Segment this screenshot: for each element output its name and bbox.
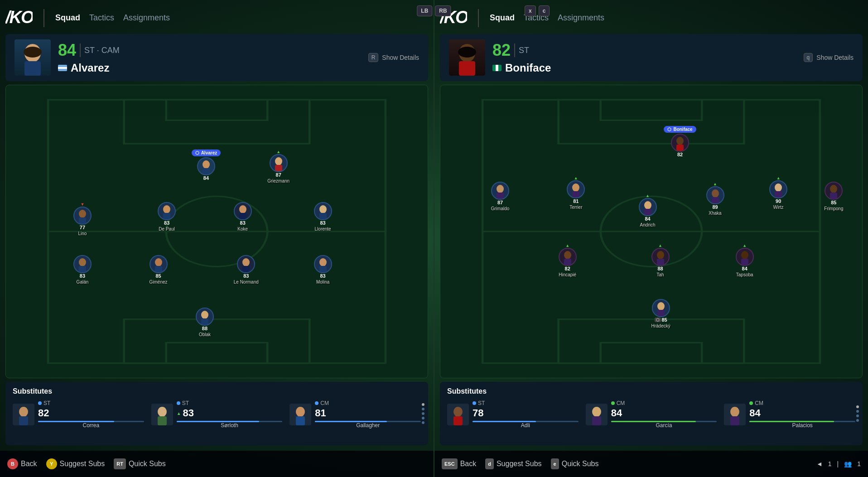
left-back-control[interactable]: B Back bbox=[7, 458, 37, 469]
sub-correa[interactable]: ST 82 Correa bbox=[13, 400, 144, 429]
svg-rect-16 bbox=[79, 217, 86, 224]
svg-rect-63 bbox=[830, 193, 837, 199]
rb-button[interactable]: RB bbox=[435, 5, 451, 16]
svg-rect-26 bbox=[155, 266, 162, 272]
right-player-info: 82 ST Boniface bbox=[492, 41, 796, 74]
pitch-player-llorente[interactable]: 83 Llorente bbox=[314, 202, 332, 231]
page-separator: | bbox=[837, 460, 839, 467]
svg-rect-41 bbox=[459, 61, 475, 76]
sub-adli[interactable]: ST 78 Adli bbox=[447, 400, 579, 429]
pitch-player-wirtz[interactable]: ▲ 90 Wirtz bbox=[769, 176, 787, 210]
pitch-player-boniface[interactable]: ⬡Boniface 82 bbox=[664, 126, 696, 157]
left-tab-squad[interactable]: Squad bbox=[55, 11, 80, 24]
svg-rect-59 bbox=[712, 197, 719, 203]
svg-rect-51 bbox=[676, 145, 684, 151]
gimenez-face bbox=[149, 255, 168, 273]
depaul-face bbox=[158, 202, 176, 220]
pitch-player-koke[interactable]: 83 Koke bbox=[234, 202, 252, 231]
alvarez-selected-badge: ⬡Alvarez bbox=[192, 149, 221, 156]
adli-position: ST bbox=[478, 400, 485, 406]
boniface-face bbox=[671, 134, 689, 152]
alvarez-rating: 84 bbox=[203, 175, 209, 181]
pitch-player-frimpong[interactable]: 85 Frimpong bbox=[824, 182, 843, 211]
sub-palacios[interactable]: CM 84 Palacios bbox=[724, 400, 855, 429]
gallagher-name: Gallagher bbox=[315, 422, 421, 429]
svg-rect-46 bbox=[559, 100, 744, 144]
grimaldo-face bbox=[491, 182, 509, 200]
svg-rect-12 bbox=[203, 168, 210, 174]
sub-garcia[interactable]: CM 84 García bbox=[586, 400, 717, 429]
left-rating-row: 84 ST · CAM bbox=[58, 41, 361, 60]
sub-gallagher[interactable]: CM 81 Gallagher bbox=[289, 400, 421, 429]
e-button: e bbox=[551, 458, 559, 469]
tapsoba-rating: 84 bbox=[742, 266, 747, 271]
pitch-player-tah[interactable]: ▲ 88 Tah bbox=[651, 243, 670, 277]
left-player-portrait bbox=[14, 39, 51, 76]
left-show-details[interactable]: R Show Details bbox=[368, 53, 419, 62]
pitch-player-gimenez[interactable]: 85 Giménez bbox=[149, 255, 168, 284]
lino-rating: 77 bbox=[80, 225, 85, 230]
pitch-player-hincapie[interactable]: ▲ 82 Hincapié bbox=[559, 243, 577, 277]
svg-rect-30 bbox=[319, 266, 327, 272]
page-left-arrow[interactable]: ◄ bbox=[816, 460, 823, 467]
pitch-player-oblak[interactable]: 88 Oblak bbox=[196, 308, 214, 337]
x-button[interactable]: x bbox=[525, 5, 536, 16]
svg-point-52 bbox=[497, 185, 504, 193]
pitch-player-lino[interactable]: ▼ 77 Lino bbox=[73, 202, 92, 236]
right-player-flag bbox=[492, 65, 502, 71]
pitch-player-lenormand[interactable]: 83 Le Normand bbox=[234, 255, 259, 284]
garcia-name: García bbox=[611, 422, 717, 429]
svg-text:/KO: /KO bbox=[5, 8, 33, 25]
pitch-player-hradecky[interactable]: ⬡ 85 Hrádecký bbox=[651, 299, 670, 328]
left-quick-subs-control[interactable]: RT Quick Subs bbox=[114, 458, 165, 469]
tapsoba-label: Tapsoba bbox=[736, 272, 753, 277]
svg-point-50 bbox=[676, 137, 684, 145]
tah-face bbox=[651, 248, 670, 266]
left-tab-tactics[interactable]: Tactics bbox=[89, 11, 114, 24]
left-player-flag bbox=[58, 65, 67, 71]
left-suggest-subs-control[interactable]: Y Suggest Subs bbox=[46, 458, 105, 469]
sub-sorloth[interactable]: ST ▲ 83 Sørloth bbox=[151, 400, 283, 429]
pitch-player-galan[interactable]: 83 Galán bbox=[73, 255, 92, 284]
pitch-player-xhaka[interactable]: ▲ 89 Xhaka bbox=[706, 182, 724, 216]
palacios-position: CM bbox=[755, 400, 763, 406]
pitch-player-tapsoba[interactable]: ▲ 84 Tapsoba bbox=[736, 243, 754, 277]
left-tab-assignments[interactable]: Assignments bbox=[123, 11, 170, 24]
pitch-player-molina[interactable]: 83 Molina bbox=[314, 255, 332, 284]
svg-rect-49 bbox=[601, 342, 702, 363]
pitch-player-depaul[interactable]: 83 De Paul bbox=[158, 202, 176, 231]
right-back-control[interactable]: ESC Back bbox=[442, 458, 476, 469]
svg-rect-24 bbox=[79, 266, 86, 272]
hradecky-face bbox=[652, 299, 670, 317]
left-subs-title: Substitutes bbox=[13, 387, 421, 395]
gallagher-position: CM bbox=[320, 400, 329, 406]
pitch-player-alvarez[interactable]: ⬡Alvarez 84 bbox=[192, 149, 221, 181]
pitch-player-grimaldo[interactable]: 87 Grimaldo bbox=[491, 182, 510, 211]
lb-button[interactable]: LB bbox=[417, 5, 432, 16]
lenormand-face bbox=[237, 255, 255, 273]
hradecky-label: Hrádecký bbox=[651, 323, 670, 328]
svg-rect-8 bbox=[124, 319, 310, 363]
svg-point-64 bbox=[564, 251, 571, 259]
terrier-label: Terrier bbox=[569, 205, 582, 210]
left-show-details-key: R bbox=[368, 53, 379, 62]
oblak-rating: 88 bbox=[202, 326, 207, 331]
right-tab-squad[interactable]: Squad bbox=[490, 11, 515, 24]
terrier-face bbox=[567, 180, 585, 198]
right-suggest-subs-control[interactable]: d Suggest Subs bbox=[485, 458, 541, 469]
pitch-player-terrier[interactable]: ▲ 81 Terrier bbox=[567, 176, 585, 210]
svg-point-54 bbox=[572, 183, 579, 192]
right-page-counter: ◄ 1 | 👥 1 bbox=[816, 460, 861, 467]
svg-point-68 bbox=[741, 251, 748, 259]
right-tab-assignments[interactable]: Assignments bbox=[558, 11, 604, 24]
svg-point-31 bbox=[201, 311, 208, 319]
right-quick-subs-control[interactable]: e Quick Subs bbox=[551, 458, 599, 469]
left-player-position: ST · CAM bbox=[84, 46, 120, 55]
right-subs-list: ST 78 Adli CM bbox=[447, 400, 855, 429]
right-show-details[interactable]: q Show Details bbox=[804, 53, 854, 62]
pitch-player-griezmann[interactable]: ▲ 87 Griezmann bbox=[267, 149, 289, 183]
c-button[interactable]: c bbox=[539, 5, 550, 16]
right-show-details-text: Show Details bbox=[816, 54, 854, 61]
pitch-player-andrich[interactable]: ▲ 84 Andrich bbox=[639, 193, 657, 227]
sorloth-position: ST bbox=[182, 400, 189, 406]
